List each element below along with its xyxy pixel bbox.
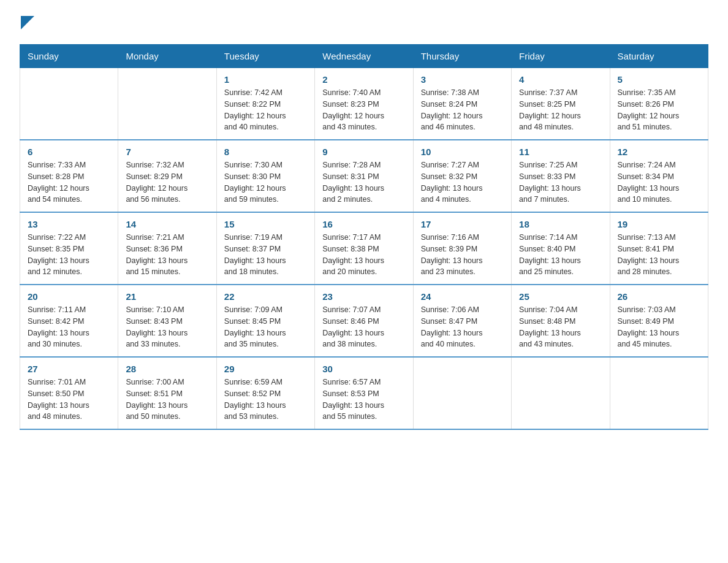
day-cell: 19Sunrise: 7:13 AM Sunset: 8:41 PM Dayli… xyxy=(610,212,708,285)
day-cell: 15Sunrise: 7:19 AM Sunset: 8:37 PM Dayli… xyxy=(216,212,314,285)
day-info: Sunrise: 7:07 AM Sunset: 8:46 PM Dayligh… xyxy=(322,304,405,350)
header-row: SundayMondayTuesdayWednesdayThursdayFrid… xyxy=(20,45,708,68)
day-info: Sunrise: 7:01 AM Sunset: 8:50 PM Dayligh… xyxy=(28,377,110,423)
day-number: 25 xyxy=(519,291,602,302)
header-cell-tuesday: Tuesday xyxy=(216,45,314,68)
day-cell: 17Sunrise: 7:16 AM Sunset: 8:39 PM Dayli… xyxy=(413,212,511,285)
day-cell: 3Sunrise: 7:38 AM Sunset: 8:24 PM Daylig… xyxy=(413,68,511,140)
header-cell-saturday: Saturday xyxy=(610,45,708,68)
day-cell xyxy=(118,68,216,140)
day-cell: 22Sunrise: 7:09 AM Sunset: 8:45 PM Dayli… xyxy=(216,285,314,357)
day-info: Sunrise: 7:27 AM Sunset: 8:32 PM Dayligh… xyxy=(421,159,504,205)
header-cell-thursday: Thursday xyxy=(413,45,511,68)
day-number: 11 xyxy=(519,147,602,157)
day-info: Sunrise: 7:30 AM Sunset: 8:30 PM Dayligh… xyxy=(224,159,307,205)
day-cell: 14Sunrise: 7:21 AM Sunset: 8:36 PM Dayli… xyxy=(118,212,216,285)
week-row-2: 6Sunrise: 7:33 AM Sunset: 8:28 PM Daylig… xyxy=(20,140,708,212)
day-number: 18 xyxy=(519,219,602,229)
day-number: 12 xyxy=(618,147,700,157)
day-number: 21 xyxy=(126,291,208,302)
week-row-5: 27Sunrise: 7:01 AM Sunset: 8:50 PM Dayli… xyxy=(20,357,708,429)
day-info: Sunrise: 7:28 AM Sunset: 8:31 PM Dayligh… xyxy=(322,159,405,205)
day-cell: 5Sunrise: 7:35 AM Sunset: 8:26 PM Daylig… xyxy=(610,68,708,140)
day-number: 15 xyxy=(224,219,307,229)
page-header xyxy=(20,15,708,29)
day-info: Sunrise: 7:38 AM Sunset: 8:24 PM Dayligh… xyxy=(421,87,504,133)
day-info: Sunrise: 7:04 AM Sunset: 8:48 PM Dayligh… xyxy=(519,304,602,350)
day-info: Sunrise: 7:42 AM Sunset: 8:22 PM Dayligh… xyxy=(224,87,307,133)
day-info: Sunrise: 7:10 AM Sunset: 8:43 PM Dayligh… xyxy=(126,304,208,350)
day-info: Sunrise: 7:35 AM Sunset: 8:26 PM Dayligh… xyxy=(618,87,700,133)
day-cell: 18Sunrise: 7:14 AM Sunset: 8:40 PM Dayli… xyxy=(512,212,610,285)
header-cell-friday: Friday xyxy=(512,45,610,68)
day-number: 3 xyxy=(421,74,504,85)
day-number: 6 xyxy=(28,147,110,157)
day-info: Sunrise: 7:14 AM Sunset: 8:40 PM Dayligh… xyxy=(519,232,602,278)
day-info: Sunrise: 7:22 AM Sunset: 8:35 PM Dayligh… xyxy=(28,232,110,278)
day-cell: 20Sunrise: 7:11 AM Sunset: 8:42 PM Dayli… xyxy=(20,285,118,357)
day-cell: 12Sunrise: 7:24 AM Sunset: 8:34 PM Dayli… xyxy=(610,140,708,212)
calendar-body: 1Sunrise: 7:42 AM Sunset: 8:22 PM Daylig… xyxy=(20,68,708,430)
day-number: 8 xyxy=(224,147,307,157)
day-number: 10 xyxy=(421,147,504,157)
day-cell xyxy=(20,68,118,140)
logo-triangle-icon xyxy=(21,16,34,29)
header-cell-wednesday: Wednesday xyxy=(315,45,413,68)
day-number: 28 xyxy=(126,364,208,374)
week-row-3: 13Sunrise: 7:22 AM Sunset: 8:35 PM Dayli… xyxy=(20,212,708,285)
day-cell: 23Sunrise: 7:07 AM Sunset: 8:46 PM Dayli… xyxy=(315,285,413,357)
day-info: Sunrise: 7:00 AM Sunset: 8:51 PM Dayligh… xyxy=(126,377,208,423)
day-number: 14 xyxy=(126,219,208,229)
day-number: 1 xyxy=(224,74,307,85)
day-cell: 21Sunrise: 7:10 AM Sunset: 8:43 PM Dayli… xyxy=(118,285,216,357)
calendar-table: SundayMondayTuesdayWednesdayThursdayFrid… xyxy=(20,44,708,430)
day-info: Sunrise: 6:59 AM Sunset: 8:52 PM Dayligh… xyxy=(224,377,307,423)
day-info: Sunrise: 7:37 AM Sunset: 8:25 PM Dayligh… xyxy=(519,87,602,133)
day-info: Sunrise: 7:17 AM Sunset: 8:38 PM Dayligh… xyxy=(322,232,405,278)
header-cell-sunday: Sunday xyxy=(20,45,118,68)
day-info: Sunrise: 7:24 AM Sunset: 8:34 PM Dayligh… xyxy=(618,159,700,205)
day-number: 9 xyxy=(322,147,405,157)
day-info: Sunrise: 7:19 AM Sunset: 8:37 PM Dayligh… xyxy=(224,232,307,278)
logo xyxy=(20,15,34,29)
day-number: 2 xyxy=(322,74,405,85)
day-info: Sunrise: 7:13 AM Sunset: 8:41 PM Dayligh… xyxy=(618,232,700,278)
day-cell: 11Sunrise: 7:25 AM Sunset: 8:33 PM Dayli… xyxy=(512,140,610,212)
day-cell: 24Sunrise: 7:06 AM Sunset: 8:47 PM Dayli… xyxy=(413,285,511,357)
day-cell: 25Sunrise: 7:04 AM Sunset: 8:48 PM Dayli… xyxy=(512,285,610,357)
day-info: Sunrise: 7:11 AM Sunset: 8:42 PM Dayligh… xyxy=(28,304,110,350)
day-number: 29 xyxy=(224,364,307,374)
day-number: 5 xyxy=(618,74,700,85)
day-cell: 10Sunrise: 7:27 AM Sunset: 8:32 PM Dayli… xyxy=(413,140,511,212)
day-number: 23 xyxy=(322,291,405,302)
day-info: Sunrise: 7:32 AM Sunset: 8:29 PM Dayligh… xyxy=(126,159,208,205)
day-cell: 6Sunrise: 7:33 AM Sunset: 8:28 PM Daylig… xyxy=(20,140,118,212)
day-cell: 13Sunrise: 7:22 AM Sunset: 8:35 PM Dayli… xyxy=(20,212,118,285)
day-number: 24 xyxy=(421,291,504,302)
day-cell: 2Sunrise: 7:40 AM Sunset: 8:23 PM Daylig… xyxy=(315,68,413,140)
day-number: 20 xyxy=(28,291,110,302)
week-row-1: 1Sunrise: 7:42 AM Sunset: 8:22 PM Daylig… xyxy=(20,68,708,140)
day-info: Sunrise: 7:33 AM Sunset: 8:28 PM Dayligh… xyxy=(28,159,110,205)
day-cell: 8Sunrise: 7:30 AM Sunset: 8:30 PM Daylig… xyxy=(216,140,314,212)
day-info: Sunrise: 7:06 AM Sunset: 8:47 PM Dayligh… xyxy=(421,304,504,350)
day-info: Sunrise: 7:25 AM Sunset: 8:33 PM Dayligh… xyxy=(519,159,602,205)
day-cell: 27Sunrise: 7:01 AM Sunset: 8:50 PM Dayli… xyxy=(20,357,118,429)
day-info: Sunrise: 7:40 AM Sunset: 8:23 PM Dayligh… xyxy=(322,87,405,133)
day-cell xyxy=(610,357,708,429)
day-cell: 7Sunrise: 7:32 AM Sunset: 8:29 PM Daylig… xyxy=(118,140,216,212)
day-cell: 9Sunrise: 7:28 AM Sunset: 8:31 PM Daylig… xyxy=(315,140,413,212)
day-number: 30 xyxy=(322,364,405,374)
week-row-4: 20Sunrise: 7:11 AM Sunset: 8:42 PM Dayli… xyxy=(20,285,708,357)
day-number: 26 xyxy=(618,291,700,302)
day-info: Sunrise: 7:16 AM Sunset: 8:39 PM Dayligh… xyxy=(421,232,504,278)
day-number: 7 xyxy=(126,147,208,157)
calendar-header: SundayMondayTuesdayWednesdayThursdayFrid… xyxy=(20,45,708,68)
day-number: 19 xyxy=(618,219,700,229)
day-info: Sunrise: 7:09 AM Sunset: 8:45 PM Dayligh… xyxy=(224,304,307,350)
day-cell: 28Sunrise: 7:00 AM Sunset: 8:51 PM Dayli… xyxy=(118,357,216,429)
day-cell: 29Sunrise: 6:59 AM Sunset: 8:52 PM Dayli… xyxy=(216,357,314,429)
day-number: 13 xyxy=(28,219,110,229)
svg-marker-0 xyxy=(21,16,34,29)
day-number: 27 xyxy=(28,364,110,374)
